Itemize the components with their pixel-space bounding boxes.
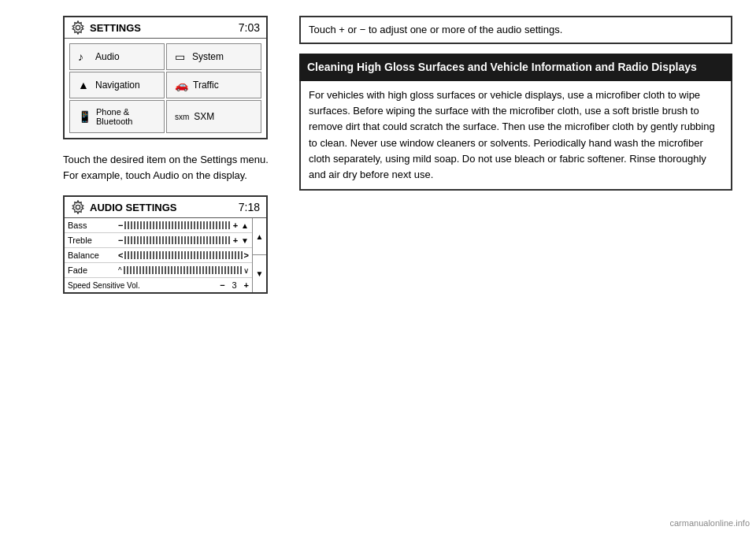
balance-label: Balance bbox=[68, 250, 115, 260]
settings-title-area: SETTINGS bbox=[71, 20, 141, 35]
menu-sxm-label: SXM bbox=[194, 111, 214, 122]
treble-slider[interactable]: − + bbox=[118, 235, 238, 245]
section-heading: Cleaning High Gloss Surfaces and Vehicle… bbox=[299, 54, 732, 82]
treble-label: Treble bbox=[68, 235, 115, 245]
watermark: carmanualonline.info bbox=[669, 518, 750, 528]
bass-plus[interactable]: + bbox=[233, 221, 238, 230]
speed-vol-label: Speed Sensitive Vol. bbox=[68, 281, 217, 290]
audio-time: 7:18 bbox=[239, 201, 260, 213]
menu-navigation-label: Navigation bbox=[95, 80, 140, 91]
scroll-up-button[interactable]: ▲ bbox=[253, 218, 266, 255]
menu-item-audio[interactable]: ♪ Audio bbox=[69, 43, 165, 70]
speed-vol-value: 3 bbox=[228, 280, 241, 290]
menu-item-sxm[interactable]: sxm SXM bbox=[166, 100, 261, 133]
speed-vol-minus[interactable]: − bbox=[220, 280, 224, 290]
settings-gear-icon bbox=[71, 20, 85, 35]
scroll-buttons: ▲ ▼ bbox=[252, 218, 266, 292]
audio-screen: AUDIO SETTINGS 7:18 Bass − + ▲ Trebl bbox=[63, 195, 268, 294]
audio-gear-icon bbox=[71, 200, 85, 214]
menu-item-traffic[interactable]: 🚗 Traffic bbox=[166, 72, 261, 98]
bass-label: Bass bbox=[68, 221, 115, 230]
audio-title-area: AUDIO SETTINGS bbox=[71, 200, 177, 214]
fade-label: Fade bbox=[68, 265, 115, 275]
top-note: Touch + or − to adjust one or more of th… bbox=[299, 16, 732, 44]
system-icon: ▭ bbox=[175, 50, 187, 63]
balance-left[interactable]: < bbox=[118, 250, 123, 260]
bass-minus[interactable]: − bbox=[118, 221, 123, 230]
balance-row: Balance < > bbox=[65, 248, 252, 263]
settings-time: 7:03 bbox=[239, 21, 260, 34]
treble-minus[interactable]: − bbox=[118, 235, 123, 245]
bass-bar bbox=[124, 221, 231, 229]
settings-title: SETTINGS bbox=[90, 22, 141, 34]
settings-screen: SETTINGS 7:03 ♪ Audio ▭ System ▲ Navigat… bbox=[63, 16, 268, 139]
speed-vol-controls: − 3 + bbox=[220, 280, 249, 290]
fade-bar bbox=[124, 266, 242, 274]
treble-bar bbox=[124, 236, 231, 244]
left-column: SETTINGS 7:03 ♪ Audio ▭ System ▲ Navigat… bbox=[0, 0, 291, 534]
treble-down[interactable]: ▼ bbox=[241, 236, 249, 245]
settings-menu-grid: ♪ Audio ▭ System ▲ Navigation 🚗 Traffic … bbox=[65, 39, 266, 138]
menu-system-label: System bbox=[192, 51, 224, 62]
menu-item-system[interactable]: ▭ System bbox=[166, 43, 261, 70]
menu-audio-label: Audio bbox=[95, 51, 120, 62]
traffic-icon: 🚗 bbox=[175, 79, 188, 91]
bass-slider[interactable]: − + bbox=[118, 221, 238, 230]
speed-vol-plus[interactable]: + bbox=[244, 280, 249, 290]
audio-title: AUDIO SETTINGS bbox=[90, 202, 177, 213]
audio-icon: ♪ bbox=[78, 50, 91, 63]
audio-header: AUDIO SETTINGS 7:18 bbox=[65, 197, 266, 218]
balance-right[interactable]: > bbox=[244, 250, 249, 260]
balance-bar bbox=[124, 251, 242, 259]
fade-slider[interactable]: ^ ∨ bbox=[118, 266, 249, 275]
menu-item-navigation[interactable]: ▲ Navigation bbox=[69, 72, 165, 98]
bass-up[interactable]: ▲ bbox=[241, 221, 249, 230]
svg-point-1 bbox=[76, 205, 80, 209]
menu-item-phone-bluetooth[interactable]: 📱 Phone &Bluetooth bbox=[69, 100, 165, 133]
fade-up[interactable]: ^ bbox=[118, 266, 122, 275]
fade-down[interactable]: ∨ bbox=[243, 266, 249, 275]
menu-traffic-label: Traffic bbox=[193, 80, 219, 91]
speed-vol-row: Speed Sensitive Vol. − 3 + bbox=[65, 278, 252, 292]
section-body: For vehicles with high gloss surfaces or… bbox=[299, 81, 732, 191]
treble-plus[interactable]: + bbox=[233, 235, 238, 245]
right-column: Touch + or − to adjust one or more of th… bbox=[291, 0, 756, 534]
fade-row: Fade ^ ∨ bbox=[65, 263, 252, 278]
sxm-icon: sxm bbox=[175, 113, 189, 121]
menu-phone-label: Phone &Bluetooth bbox=[96, 107, 132, 126]
scroll-down-button[interactable]: ▼ bbox=[253, 255, 266, 292]
audio-rows: Bass − + ▲ Treble − + ▼ bbox=[65, 218, 252, 292]
audio-settings-body: Bass − + ▲ Treble − + ▼ bbox=[65, 218, 266, 292]
balance-slider[interactable]: < > bbox=[118, 250, 249, 260]
bass-row: Bass − + ▲ bbox=[65, 218, 252, 233]
settings-description: Touch the desired item on the Settings m… bbox=[63, 152, 276, 183]
settings-header: SETTINGS 7:03 bbox=[65, 17, 266, 39]
navigation-icon: ▲ bbox=[78, 79, 91, 91]
svg-point-0 bbox=[76, 25, 80, 29]
treble-row: Treble − + ▼ bbox=[65, 233, 252, 248]
phone-icon: 📱 bbox=[78, 110, 91, 123]
